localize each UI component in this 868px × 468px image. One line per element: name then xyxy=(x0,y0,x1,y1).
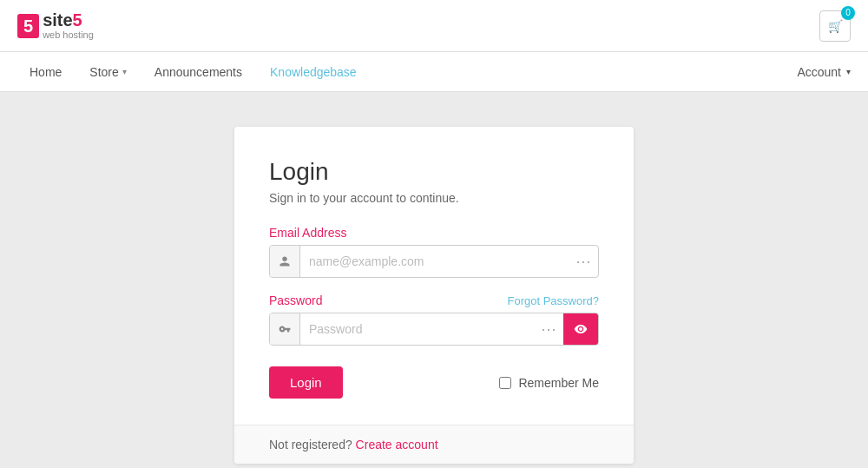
password-input-group: ⋯ xyxy=(269,313,599,346)
password-input[interactable] xyxy=(300,315,534,343)
password-label: Password xyxy=(269,293,322,307)
account-caret: ▾ xyxy=(846,67,851,76)
forgot-password-link[interactable]: Forgot Password? xyxy=(508,294,600,307)
nav-item-announcements[interactable]: Announcements xyxy=(142,55,254,89)
email-input-group: ⋯ xyxy=(269,245,599,278)
email-label: Email Address xyxy=(269,226,599,240)
toggle-password-button[interactable] xyxy=(563,313,598,345)
navbar: Home Store ▾ Announcements Knowledgebase… xyxy=(0,52,868,92)
remember-me-group: Remember Me xyxy=(499,376,599,390)
store-caret: ▾ xyxy=(122,67,127,76)
email-dots-icon: ⋯ xyxy=(569,246,598,277)
password-dots-icon: ⋯ xyxy=(534,313,563,345)
login-card: Login Sign in to your account to continu… xyxy=(234,127,634,464)
account-button[interactable]: Account ▾ xyxy=(797,65,851,79)
login-card-footer: Not registered? Create account xyxy=(234,425,634,464)
cart-icon: 🛒 xyxy=(828,19,843,33)
logo-area[interactable]: 5 site5 web hosting xyxy=(17,11,94,40)
cart-badge: 0 xyxy=(841,6,855,20)
cart-button[interactable]: 🛒 0 xyxy=(819,10,851,42)
logo-name: site5 xyxy=(43,11,94,29)
main-content: Login Sign in to your account to continu… xyxy=(0,92,868,468)
header: 5 site5 web hosting 🛒 0 xyxy=(0,0,868,52)
logo-subtitle: web hosting xyxy=(43,30,94,40)
email-input[interactable] xyxy=(300,247,569,275)
create-account-link[interactable]: Create account xyxy=(356,438,438,452)
login-card-body: Login Sign in to your account to continu… xyxy=(234,127,634,425)
email-form-group: Email Address ⋯ xyxy=(269,226,599,278)
logo-box: 5 xyxy=(17,14,39,38)
nav-right: Account ▾ xyxy=(797,65,851,79)
login-button[interactable]: Login xyxy=(269,366,343,399)
logo-site-text: site xyxy=(43,10,72,30)
key-icon xyxy=(270,313,300,345)
logo-five: 5 xyxy=(73,10,82,30)
remember-me-checkbox[interactable] xyxy=(499,377,511,389)
remember-me-label: Remember Me xyxy=(518,376,599,390)
nav-left: Home Store ▾ Announcements Knowledgebase xyxy=(17,55,369,89)
nav-item-home[interactable]: Home xyxy=(17,55,74,89)
login-title: Login xyxy=(269,158,599,186)
not-registered-text: Not registered? xyxy=(269,438,352,452)
user-icon xyxy=(270,246,300,277)
login-subtitle: Sign in to your account to continue. xyxy=(269,191,599,205)
password-form-group: Password Forgot Password? ⋯ xyxy=(269,293,599,346)
nav-item-knowledgebase[interactable]: Knowledgebase xyxy=(258,55,369,89)
nav-item-store[interactable]: Store ▾ xyxy=(77,55,138,89)
actions-row: Login Remember Me xyxy=(269,366,599,399)
account-label: Account xyxy=(797,65,841,79)
password-label-row: Password Forgot Password? xyxy=(269,293,599,307)
